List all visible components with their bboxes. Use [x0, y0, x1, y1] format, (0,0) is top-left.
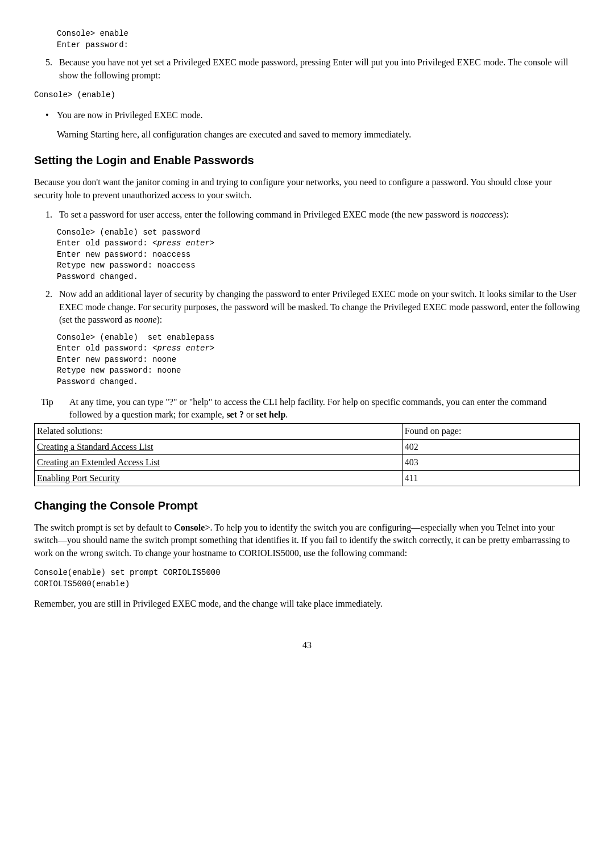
tip-label: Tip: [41, 396, 69, 422]
table-row: Creating a Standard Access List 402: [35, 439, 580, 454]
link-port-security[interactable]: Enabling Port Security: [37, 473, 120, 483]
bullet-text: You are now in Privileged EXEC mode.: [57, 109, 203, 122]
step-5: 5. Because you have not yet set a Privil…: [34, 56, 580, 82]
code-block-enable: Console> enable Enter password:: [57, 28, 580, 51]
table-cell: Creating an Extended Access List: [35, 455, 403, 470]
tip-content: At any time, you can type "?" or "help" …: [69, 396, 580, 422]
table-header-cell: Found on page:: [402, 424, 579, 439]
table-header-cell: Related solutions:: [35, 424, 403, 439]
link-standard-access-list[interactable]: Creating a Standard Access List: [37, 442, 153, 452]
step-1: 1. To set a password for user access, en…: [34, 208, 580, 221]
code-block-console-enable: Console> (enable): [34, 90, 580, 101]
text: or: [244, 410, 256, 419]
step-number: 2.: [45, 288, 59, 326]
text: The switch prompt is set by default to: [34, 523, 174, 532]
text-italic: noaccess: [470, 210, 503, 219]
step-2: 2. Now add an additional layer of securi…: [34, 288, 580, 326]
bullet-privileged-mode: • You are now in Privileged EXEC mode.: [34, 109, 580, 122]
code-italic: press enter: [157, 344, 209, 353]
text: To set a password for user access, enter…: [59, 210, 470, 219]
step-number: 5.: [45, 56, 59, 82]
step-text: Because you have not yet set a Privilege…: [59, 56, 580, 82]
table-cell: Creating a Standard Access List: [35, 439, 403, 454]
code-block-set-password: Console> (enable) set password Enter old…: [57, 227, 580, 283]
text-bold: set help: [256, 410, 285, 419]
text: ):: [503, 210, 509, 219]
text-italic: noone: [134, 315, 156, 324]
step-number: 1.: [45, 208, 59, 221]
paragraph-intro-passwords: Because you don't want the janitor comin…: [34, 176, 580, 202]
warning-paragraph: Warning Starting here, all configuration…: [57, 128, 580, 141]
code-block-set-enablepass: Console> (enable) set enablepass Enter o…: [57, 332, 580, 388]
table-header-row: Related solutions: Found on page:: [35, 424, 580, 439]
heading-setting-passwords: Setting the Login and Enable Passwords: [34, 152, 580, 168]
code-block-set-prompt: Console(enable) set prompt CORIOLIS5000 …: [34, 567, 580, 590]
warning-text: Starting here, all configuration changes…: [90, 130, 412, 139]
table-row: Enabling Port Security 411: [35, 470, 580, 486]
page-number: 43: [34, 639, 580, 652]
text: .: [285, 410, 288, 419]
step-text: To set a password for user access, enter…: [59, 208, 580, 221]
related-solutions-table: Related solutions: Found on page: Creati…: [34, 423, 580, 486]
table-cell: Enabling Port Security: [35, 470, 403, 486]
table-cell: 403: [402, 455, 579, 470]
table-cell: 402: [402, 439, 579, 454]
link-extended-access-list[interactable]: Creating an Extended Access List: [37, 457, 160, 467]
table-cell: 411: [402, 470, 579, 486]
text-bold: Console>: [174, 523, 210, 532]
step-text: Now add an additional layer of security …: [59, 288, 580, 326]
text: At any time, you can type "?" or "help" …: [69, 397, 547, 419]
paragraph-console-prompt: The switch prompt is set by default to C…: [34, 521, 580, 560]
warning-label: Warning: [57, 130, 90, 139]
paragraph-remember: Remember, you are still in Privileged EX…: [34, 598, 580, 610]
bullet-mark: •: [45, 109, 57, 122]
tip-row: Tip At any time, you can type "?" or "he…: [41, 396, 580, 422]
table-row: Creating an Extended Access List 403: [35, 455, 580, 470]
code-italic: press enter: [157, 239, 209, 248]
text-bold: set ?: [226, 410, 244, 419]
text: ):: [157, 315, 163, 324]
heading-changing-console-prompt: Changing the Console Prompt: [34, 498, 580, 514]
